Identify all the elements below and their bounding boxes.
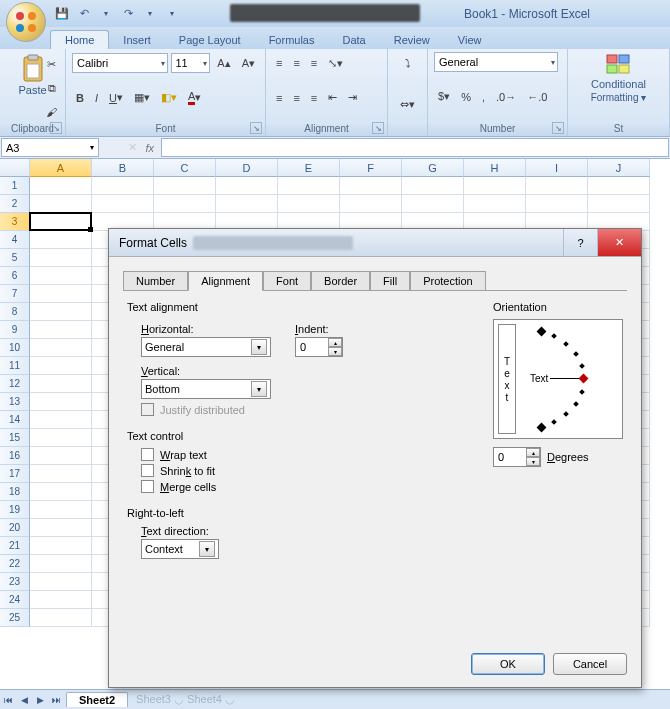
decrease-indent-icon[interactable]: ⇤ [324,87,341,109]
cell[interactable] [30,321,92,339]
redo-icon[interactable]: ↷ [120,6,136,22]
fx-icon[interactable]: fx [145,142,154,154]
wrap-text-icon[interactable]: ⤵ [394,52,421,74]
sheet-nav-first[interactable]: ⏮ [0,692,16,708]
tab-data[interactable]: Data [328,31,379,49]
cell[interactable] [30,339,92,357]
cell[interactable] [30,195,92,213]
shrink-font-icon[interactable]: A▾ [238,52,259,74]
undo-icon[interactable]: ↶ [76,6,92,22]
row-header[interactable]: 1 [0,177,30,195]
cell[interactable] [278,177,340,195]
border-button[interactable]: ▦▾ [130,87,154,109]
clipboard-launcher[interactable]: ↘ [50,122,62,134]
cut-icon[interactable]: ✂ [42,53,61,75]
tab-formulas[interactable]: Formulas [255,31,329,49]
orientation-dot[interactable] [563,411,569,417]
row-header[interactable]: 12 [0,375,30,393]
font-size-combo[interactable]: 11▾ [171,53,211,73]
sheet-nav-last[interactable]: ⏭ [48,692,64,708]
row-header[interactable]: 16 [0,447,30,465]
cell[interactable] [92,177,154,195]
row-header[interactable]: 20 [0,519,30,537]
number-format-combo[interactable]: General▾ [434,52,558,72]
row-header[interactable]: 24 [0,591,30,609]
cell[interactable] [30,213,92,231]
sheet-tab-active[interactable]: Sheet2 [66,692,128,707]
cell[interactable] [30,411,92,429]
cell[interactable] [526,177,588,195]
font-launcher[interactable]: ↘ [250,122,262,134]
qat-customize-icon[interactable]: ▾ [164,6,180,22]
alignment-launcher[interactable]: ↘ [372,122,384,134]
cell[interactable] [464,177,526,195]
vertical-select[interactable]: Bottom▾ [141,379,271,399]
dialog-close-button[interactable]: ✕ [597,229,641,256]
fill-color-button[interactable]: ◧▾ [157,87,181,109]
accounting-format-icon[interactable]: $▾ [434,86,454,108]
tab-review[interactable]: Review [380,31,444,49]
cell[interactable] [402,177,464,195]
row-header[interactable]: 21 [0,537,30,555]
row-header[interactable]: 25 [0,609,30,627]
row-header[interactable]: 22 [0,555,30,573]
cell[interactable] [216,177,278,195]
conditional-formatting-button[interactable]: Conditional Formatting ▾ [574,52,663,105]
select-all-cell[interactable] [0,159,30,177]
merge-center-icon[interactable]: ⇔▾ [394,93,421,115]
cell[interactable] [154,177,216,195]
orientation-dot[interactable] [579,389,585,395]
font-name-combo[interactable]: Calibri▾ [72,53,168,73]
align-bottom-icon[interactable]: ≡ [307,52,321,74]
column-header[interactable]: G [402,159,464,177]
spin-down-icon[interactable]: ▾ [328,347,342,356]
orientation-dot[interactable] [563,341,569,347]
cell[interactable] [278,195,340,213]
row-header[interactable]: 23 [0,573,30,591]
column-header[interactable]: D [216,159,278,177]
orientation-handle[interactable] [579,374,589,384]
orientation-dot[interactable] [537,423,547,433]
bold-button[interactable]: B [72,87,88,109]
cancel-button[interactable]: Cancel [553,653,627,675]
orientation-dot[interactable] [551,333,557,339]
row-header[interactable]: 11 [0,357,30,375]
column-header[interactable]: I [526,159,588,177]
row-header[interactable]: 4 [0,231,30,249]
text-direction-select[interactable]: Context▾ [141,539,219,559]
cell[interactable] [30,429,92,447]
qat-dropdown-icon-2[interactable]: ▾ [142,6,158,22]
degrees-spinner[interactable]: ▴▾ [493,447,541,467]
cell[interactable] [30,285,92,303]
sheet-nav-prev[interactable]: ◀ [16,692,32,708]
tab-view[interactable]: View [444,31,496,49]
cell[interactable] [30,555,92,573]
dialog-help-button[interactable]: ? [563,229,597,256]
cell[interactable] [30,483,92,501]
cell[interactable] [30,303,92,321]
row-header[interactable]: 9 [0,321,30,339]
orientation-vertical-text[interactable]: T e x t [498,324,516,434]
tab-page-layout[interactable]: Page Layout [165,31,255,49]
align-middle-icon[interactable]: ≡ [289,52,303,74]
column-header[interactable]: F [340,159,402,177]
cell[interactable] [464,195,526,213]
spin-down-icon[interactable]: ▾ [526,457,540,466]
cell[interactable] [30,375,92,393]
tab-home[interactable]: Home [50,30,109,49]
decrease-decimal-icon[interactable]: ←.0 [523,86,551,108]
align-center-icon[interactable]: ≡ [289,87,303,109]
cell[interactable] [216,195,278,213]
column-header[interactable]: C [154,159,216,177]
comma-format-icon[interactable]: , [478,86,489,108]
font-color-button[interactable]: A▾ [184,87,205,109]
cell[interactable] [588,177,650,195]
cancel-formula-icon[interactable]: ✕ [128,141,137,154]
cell[interactable] [30,231,92,249]
office-button[interactable] [6,2,46,42]
indent-spinner[interactable]: ▴▾ [295,337,343,357]
row-header[interactable]: 8 [0,303,30,321]
align-right-icon[interactable]: ≡ [307,87,321,109]
orientation-icon[interactable]: ⤡▾ [324,52,347,74]
dlg-tab-protection[interactable]: Protection [410,271,486,291]
